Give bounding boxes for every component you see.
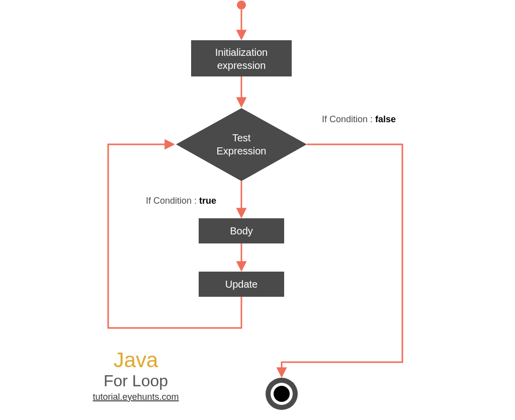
test-diamond [176, 108, 307, 181]
update-text: Update [225, 279, 258, 290]
edge-false-exit [282, 144, 402, 376]
start-node [237, 1, 246, 10]
svg-point-2 [274, 386, 290, 402]
url-link[interactable]: tutorial.eyehunts.com [93, 392, 179, 402]
flowchart: Initialization expression Test Expressio… [0, 0, 515, 420]
end-node [266, 378, 298, 410]
false-label: If Condition : false [322, 114, 396, 124]
init-text-l1: Initialization [215, 47, 268, 58]
java-title: Java [114, 348, 158, 372]
test-text-l2: Expression [217, 145, 267, 156]
test-text-l1: Test [232, 132, 251, 143]
init-text-l2: expression [217, 60, 266, 71]
true-label: If Condition : true [146, 196, 216, 206]
subtitle: For Loop [104, 372, 168, 390]
body-text: Body [230, 225, 253, 236]
